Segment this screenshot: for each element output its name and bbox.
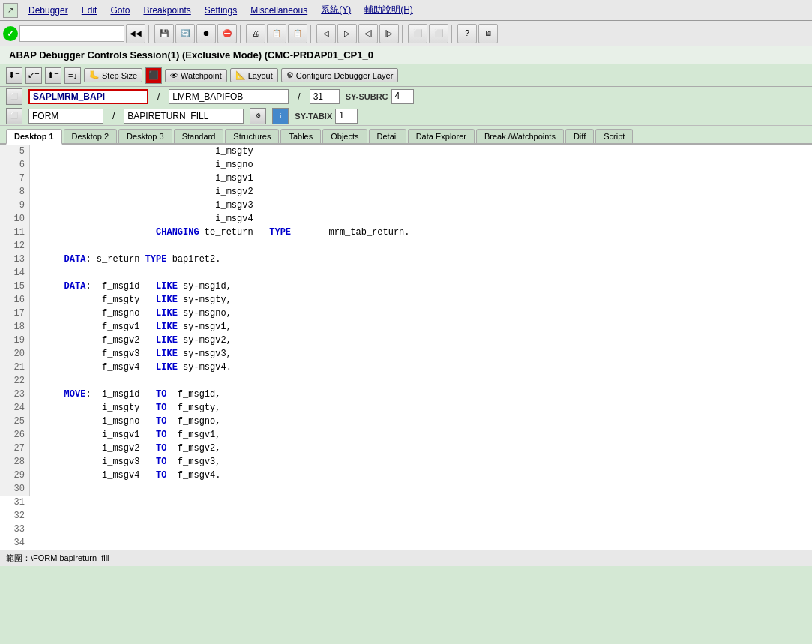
tab-desktop3[interactable]: Desktop 3 <box>118 129 172 143</box>
name-field[interactable] <box>124 109 244 124</box>
save-btn[interactable]: 💾 <box>154 24 174 43</box>
refresh-btn1[interactable]: 🔄 <box>175 24 195 43</box>
menu-settings[interactable]: Settings <box>199 4 243 17</box>
code-line-10: i_msgv4 <box>36 212 806 226</box>
tab-objects[interactable]: Objects <box>322 129 367 143</box>
code-line-30 <box>36 482 806 496</box>
code-line-20: f_msgv3 LIKE sy-msgv3, <box>36 347 806 361</box>
separator4 <box>402 25 405 43</box>
menu-miscellaneous[interactable]: Miscellaneous <box>244 4 313 17</box>
menu-goto[interactable]: Goto <box>104 4 136 17</box>
menu-edit[interactable]: Edit <box>76 4 103 17</box>
code-line-27: i_msgv2 TO f_msgv2, <box>36 442 806 455</box>
nav-btn1[interactable]: ◁ <box>316 24 336 43</box>
code-line-14 <box>36 266 806 280</box>
code-line-12 <box>36 239 806 253</box>
layout-btn[interactable]: 📐 Layout <box>230 68 278 82</box>
tab-data-explorer[interactable]: Data Explorer <box>408 129 475 143</box>
menu-system[interactable]: 系統(Y) <box>315 2 357 18</box>
code-line-5: i_msgty <box>36 145 806 158</box>
sy-subrc-label: SY-SUBRC <box>346 92 388 101</box>
field-icon1[interactable]: ⬜ <box>6 88 22 105</box>
code-line-17: f_msgno LIKE sy-msgno, <box>36 307 806 320</box>
step-size-label: Step Size <box>102 71 137 80</box>
debug-toolbar: ⬇= ↙= ⬆= =↓ 🦶 Step Size ⬛ 👁 Watchpoint 📐… <box>0 64 812 87</box>
sy-tabix-value: 1 <box>335 109 358 124</box>
watchpoint-btn[interactable]: 👁 Watchpoint <box>165 69 227 82</box>
code-line-22 <box>36 374 806 388</box>
field-icon2[interactable]: ⬜ <box>6 108 22 124</box>
status-text: 範圍：\FORM bapireturn_fill <box>6 553 109 564</box>
field-row-1: ⬜ / / SY-SUBRC 4 <box>0 87 812 106</box>
code-area[interactable]: 1234567891011121314151617181920212223242… <box>0 145 812 550</box>
tab-desktop1[interactable]: Desktop 1 <box>6 129 62 145</box>
window-btn2[interactable]: ⬜ <box>429 24 448 43</box>
layout-icon: 📐 <box>235 70 246 80</box>
configure-label: Configure Debugger Layer <box>296 71 394 80</box>
sy-subrc-value: 4 <box>391 89 414 104</box>
session-title: ABAP Debugger Controls Session(1) (Exclu… <box>9 49 373 61</box>
tab-bar: Desktop 1 Desktop 2 Desktop 3 Standard S… <box>0 126 812 145</box>
tab-script[interactable]: Script <box>595 129 633 143</box>
type-field[interactable] <box>28 109 103 124</box>
nav-btn4[interactable]: |▷ <box>379 24 399 43</box>
tab-detail[interactable]: Detail <box>369 129 406 143</box>
layout-label: Layout <box>248 71 273 80</box>
code-line-23: MOVE: i_msgid TO f_msgid, <box>36 388 806 401</box>
code-line-18: f_msgv1 LIKE sy-msgv1, <box>36 320 806 334</box>
copy-btn2[interactable]: 📋 <box>288 24 307 43</box>
separator2 <box>240 25 243 43</box>
code-line-21: f_msgv4 LIKE sy-msgv4. <box>36 361 806 374</box>
code-line-28: i_msgv3 TO f_msgv3, <box>36 455 806 469</box>
code-line-8: i_msgv2 <box>36 185 806 199</box>
tab-diff[interactable]: Diff <box>565 129 594 143</box>
menu-debugger[interactable]: Debugger <box>22 4 74 17</box>
line-field[interactable] <box>310 89 340 104</box>
menu-breakpoints[interactable]: Breakpoints <box>137 4 196 17</box>
stop-debug-btn[interactable]: ⬛ <box>145 67 162 84</box>
menu-bar: ↗ Debugger Edit Goto Breakpoints Setting… <box>0 0 812 21</box>
slash2: / <box>295 91 303 102</box>
line-numbers: 1234567891011121314151617181920212223242… <box>0 145 30 496</box>
field-row-2: ⬜ / ⚙ i SY-TABIX 1 <box>0 106 812 126</box>
separator5 <box>451 25 454 43</box>
status-bar: 範圍：\FORM bapireturn_fill <box>0 550 812 566</box>
menu-help[interactable]: 輔助說明(H) <box>358 2 419 18</box>
code-line-11: CHANGING te_return TYPE mrm_tab_return. <box>36 226 806 239</box>
nav-btn2[interactable]: ▷ <box>337 24 357 43</box>
tab-desktop2[interactable]: Desktop 2 <box>64 129 118 143</box>
toolbar: ✓ ◀◀ 💾 🔄 ⏺ ⛔ 🖨 📋 📋 ◁ ▷ ◁| |▷ ⬜ ⬜ ? 🖥 <box>0 21 812 46</box>
sy-tabix-label: SY-TABIX <box>295 112 332 121</box>
code-line-7: i_msgv1 <box>36 172 806 185</box>
help-btn[interactable]: ? <box>457 24 477 43</box>
form-btn[interactable]: ⚙ <box>250 108 266 124</box>
step-size-btn[interactable]: 🦶 Step Size <box>84 68 142 82</box>
code-line-26: i_msgv1 TO f_msgv1, <box>36 428 806 442</box>
watchpoint-icon: 👁 <box>170 71 178 80</box>
tab-tables[interactable]: Tables <box>280 129 321 143</box>
info-btn[interactable]: i <box>272 108 289 124</box>
refresh-btn2[interactable]: ⏺ <box>196 24 216 43</box>
copy-btn1[interactable]: 📋 <box>267 24 286 43</box>
sy-subrc-field: SY-SUBRC 4 <box>346 89 414 104</box>
module-field[interactable] <box>169 89 289 104</box>
print-btn[interactable]: 🖨 <box>246 24 265 43</box>
tab-standard[interactable]: Standard <box>174 129 224 143</box>
code-line-25: i_msgno TO f_msgno, <box>36 415 806 428</box>
tab-structures[interactable]: Structures <box>225 129 279 143</box>
program-field[interactable] <box>28 89 148 104</box>
nav-btn3[interactable]: ◁| <box>358 24 378 43</box>
step-btn2[interactable]: ↙= <box>25 67 42 84</box>
step-btn4[interactable]: =↓ <box>64 67 81 84</box>
step-btn3[interactable]: ⬆= <box>45 67 61 84</box>
step-btn1[interactable]: ⬇= <box>6 67 22 84</box>
stop-btn[interactable]: ⛔ <box>217 24 237 43</box>
tab-breakpoints[interactable]: Break./Watchpoints <box>476 129 564 143</box>
sy-tabix-field: SY-TABIX 1 <box>295 109 358 124</box>
monitor-btn[interactable]: 🖥 <box>478 24 498 43</box>
address-input[interactable] <box>19 25 124 42</box>
window-btn1[interactable]: ⬜ <box>408 24 427 43</box>
configure-btn[interactable]: ⚙ Configure Debugger Layer <box>281 68 399 82</box>
code-line-24: i_msgty TO f_msgty, <box>36 401 806 415</box>
back-btn[interactable]: ◀◀ <box>126 24 145 43</box>
